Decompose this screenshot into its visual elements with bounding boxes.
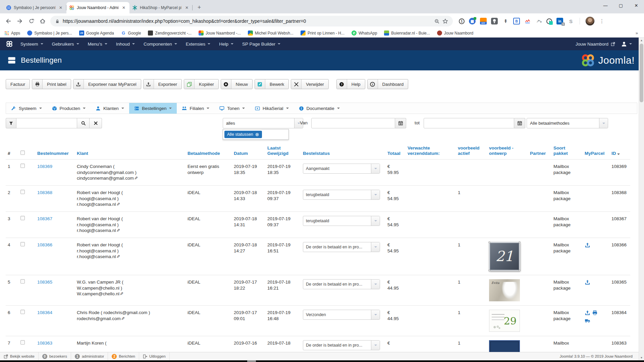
order-number-link[interactable]: 108366 [37, 242, 52, 247]
profile-avatar[interactable] [585, 16, 595, 26]
home-icon[interactable] [38, 16, 48, 26]
column-header-myparcel[interactable]: MyParcel [583, 143, 609, 160]
zoom-out-icon[interactable] [434, 18, 439, 24]
myparcel-upload-icon[interactable] [585, 310, 590, 316]
date-to-input[interactable] [424, 118, 514, 128]
admin-menu-item[interactable]: Inhoud [112, 38, 139, 50]
order-number-link[interactable]: 108369 [37, 164, 52, 169]
admin-menu-item[interactable]: Help [215, 38, 238, 50]
tag-extension[interactable]: B [513, 18, 520, 24]
footer-administrator[interactable]: 1administrator [71, 352, 108, 360]
column-header-voorbeeld-actief[interactable]: voorbeeld actief [456, 143, 487, 160]
select-caret[interactable] [371, 341, 380, 350]
select-caret[interactable] [371, 216, 380, 226]
footer-uitloggen[interactable]: Uitloggen [139, 352, 170, 360]
column-header-verwachte-verzenddatum-[interactable]: Verwachte verzenddatum: [406, 143, 456, 160]
url-text[interactable]: https://jouwnaambord.nl/administrator/in… [63, 18, 431, 24]
tab-close-icon[interactable]: ✕ [121, 5, 127, 10]
order-number-link[interactable]: 108363 [37, 341, 52, 346]
admin-menu-item[interactable]: SP Page Builder [238, 38, 285, 50]
column-header-datum[interactable]: Datum [232, 143, 265, 160]
hikashop-menu-hikaserial[interactable]: HikaSerial [250, 103, 294, 114]
search-button[interactable] [77, 118, 90, 128]
hikashop-menu-filialen[interactable]: Filialen [177, 103, 214, 114]
column-header-bestelstatus[interactable]: Bestelstatus [301, 143, 385, 160]
row-checkbox[interactable] [20, 310, 25, 314]
browser-menu-icon[interactable]: ⋮ [599, 18, 605, 24]
browser-tab[interactable]: Symbaloo | Je persoonlijke Startp✕ [3, 2, 66, 13]
bookmark-item[interactable]: GGoogle [121, 31, 141, 36]
order-status-select[interactable]: Verzonden [303, 310, 380, 320]
hikashop-menu-bestellingen[interactable]: Bestellingen [129, 103, 177, 114]
payment-filter-select[interactable]: Alle betaalmethodes [527, 118, 608, 128]
factuur-button[interactable]: Factuur [6, 79, 30, 89]
select-caret[interactable] [371, 164, 380, 173]
eyedropper-extension[interactable]: ✒ [502, 18, 509, 24]
bookmark-item[interactable]: Print op Linnen - H... [301, 31, 344, 36]
admin-menu-item[interactable]: Systeem [16, 38, 48, 50]
order-number-link[interactable]: 108368 [37, 190, 52, 195]
calendar-icon[interactable] [514, 118, 525, 128]
hikashop-menu-systeem[interactable]: Systeem [6, 103, 47, 114]
bookmark-item[interactable]: Apps [4, 31, 20, 36]
bookmarks-overflow-icon[interactable]: » [636, 31, 640, 36]
myparcel-print-icon[interactable] [592, 310, 598, 316]
scrollbar-thumb[interactable] [640, 44, 643, 102]
verwijder-button[interactable]: Verwijder [291, 79, 328, 89]
user-menu[interactable] [621, 41, 632, 47]
bookmark-item[interactable]: Jouw Naambord -... [199, 31, 241, 36]
admin-menu-item[interactable]: Gebruikers [48, 38, 84, 50]
column-header-voorbeeld-ontwerp[interactable]: voorbeeld - ontwerp [487, 143, 528, 160]
edit-pencil-icon[interactable]: ✎ [120, 291, 123, 297]
order-status-select[interactable]: De order is betaald en in pro... [303, 279, 380, 289]
hikashop-menu-tonen[interactable]: Tonen [214, 103, 250, 114]
browser-tab[interactable]: HikaShop - MyParcel plugin - Hik✕ [129, 2, 193, 13]
select-caret[interactable] [371, 190, 380, 199]
search-input[interactable] [16, 118, 77, 128]
bookmark-item[interactable]: Buienradar.nl - Buie... [384, 31, 430, 36]
circle-1-extension[interactable]: 1 [459, 18, 465, 24]
footer-bezoekers[interactable]: 0bezoekers [39, 352, 71, 360]
select-caret[interactable] [371, 242, 380, 252]
edit-pencil-icon[interactable]: ✎ [116, 202, 120, 207]
status-filter-select[interactable]: alles [223, 118, 303, 128]
off-badge-extension[interactable]: OFF [480, 18, 487, 24]
column-header-klant[interactable]: Klant [75, 143, 185, 160]
row-checkbox[interactable] [20, 216, 25, 220]
column-header-id[interactable]: ID [609, 143, 630, 160]
bookmark-item[interactable]: Zendingoverzicht -... [148, 31, 192, 36]
myparcel-upload-icon[interactable] [585, 242, 590, 248]
help-button[interactable]: ?Help [336, 79, 365, 89]
dashboard-button[interactable]: iDashboard [367, 79, 409, 89]
bookmark-item[interactable]: Michel Pouli Websh... [248, 31, 293, 36]
row-checkbox[interactable] [20, 190, 25, 194]
exporteer-naar-myparcel-button[interactable]: Exporteer naar MyParcel [73, 79, 141, 89]
hikashop-menu-klanten[interactable]: Klanten [91, 103, 129, 114]
hikashop-menu-producten[interactable]: Producten [47, 103, 91, 114]
arrows-extension[interactable]: ↗↘ [535, 18, 542, 24]
date-from-input[interactable] [311, 118, 395, 128]
hikashop-menu-documentatie[interactable]: Documentatie [294, 103, 345, 114]
order-status-select[interactable]: De order is betaald en in pro... [303, 242, 380, 252]
back-icon[interactable] [3, 16, 13, 26]
column-header-laatst-gewijzigd[interactable]: Laatst Gewijzigd [265, 143, 301, 160]
select-all-checkbox[interactable] [20, 150, 25, 155]
bookmark-item[interactable]: Symbaloo | Je pers... [27, 31, 72, 36]
scroll-down-icon[interactable]: ▼ [639, 355, 644, 360]
minimize-button[interactable]: — [598, 0, 613, 11]
bookmark-item[interactable]: 29Google Agenda [79, 31, 114, 36]
scroll-up-icon[interactable]: ▲ [639, 38, 644, 43]
select-caret[interactable] [371, 280, 380, 289]
column-header-soort-pakket[interactable]: Soort pakket [551, 143, 583, 160]
refresh-icon[interactable] [26, 16, 36, 26]
admin-menu-item[interactable]: Menu's [84, 38, 112, 50]
analytics-zigzag-extension[interactable] [524, 18, 531, 24]
calendar-icon[interactable] [395, 118, 406, 128]
order-status-select[interactable]: terugbetaald [303, 190, 380, 200]
order-status-select[interactable]: De order is betaald en in pro... [303, 340, 380, 350]
column-header-betaalmethode[interactable]: Betaalmethode [185, 143, 232, 160]
footer-berichten[interactable]: 2Berichten [108, 352, 139, 360]
page-scrollbar[interactable]: ▲ ▼ [639, 38, 644, 360]
edit-pencil-icon[interactable]: ✎ [121, 316, 125, 322]
edit-pencil-icon[interactable]: ✎ [116, 254, 120, 260]
